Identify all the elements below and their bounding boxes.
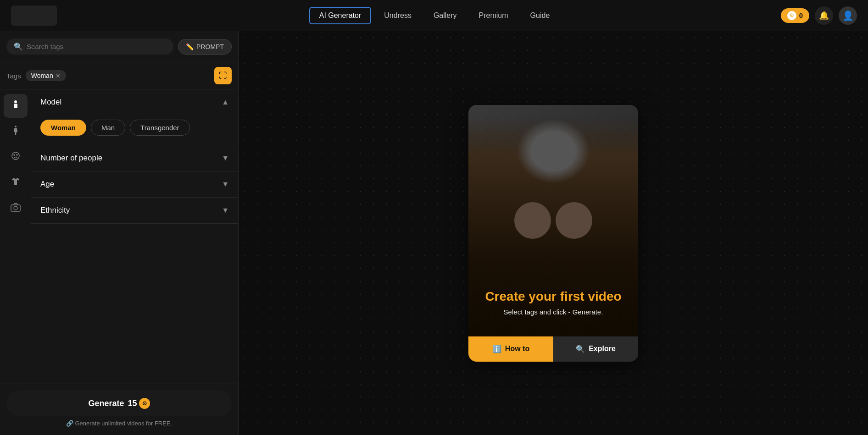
- svg-point-7: [14, 206, 17, 210]
- tag-woman-remove[interactable]: ✕: [56, 72, 61, 79]
- filter-body-model: Woman Man Transgender: [31, 115, 238, 145]
- pencil-icon: ✏️: [186, 43, 194, 50]
- nav-ai-generator[interactable]: AI Generator: [309, 7, 372, 24]
- filter-section-age: Age ▼: [31, 171, 238, 198]
- filter-section-model: Model ▲ Woman Man Transgender: [31, 89, 238, 145]
- how-to-label: How to: [505, 345, 529, 353]
- filter-header-ethnicity[interactable]: Ethnicity ▼: [31, 198, 238, 223]
- info-icon: ℹ️: [492, 345, 501, 353]
- face-icon: [10, 150, 21, 164]
- search-input-wrap: 🔍: [6, 39, 173, 55]
- explore-button[interactable]: 🔍 Explore: [553, 336, 638, 362]
- camera-icon: [10, 202, 21, 215]
- cost-badge-icon: ⊙: [139, 398, 150, 409]
- filter-model-label: Model: [40, 98, 61, 107]
- card-actions: ℹ️ How to 🔍 Explore: [468, 336, 638, 362]
- nav-undress[interactable]: Undress: [375, 8, 421, 23]
- link-icon: 🔗: [66, 420, 73, 427]
- person-icon: [10, 99, 21, 113]
- navbar-right: ⊙ 0 🔔 👤: [781, 6, 857, 25]
- explore-label: Explore: [589, 345, 616, 353]
- model-opt-man[interactable]: Man: [91, 120, 125, 136]
- svg-point-3: [12, 152, 19, 160]
- coin-count: 0: [799, 11, 803, 19]
- svg-point-2: [15, 126, 17, 127]
- how-to-button[interactable]: ℹ️ How to: [468, 336, 553, 362]
- generate-cost: 15 ⊙: [128, 398, 150, 409]
- search-icon: 🔍: [14, 42, 23, 51]
- navbar-logo: [11, 6, 57, 26]
- chevron-down-icon-age: ▼: [222, 180, 229, 188]
- content-area: Model ▲ Woman Man Transgender Number: [0, 89, 238, 384]
- prompt-button[interactable]: ✏️ PROMPT: [178, 39, 232, 55]
- filter-number-of-people-label: Number of people: [40, 154, 102, 163]
- censor-circle-left: [514, 202, 551, 239]
- search-bar: 🔍 ✏️ PROMPT: [0, 31, 238, 62]
- chevron-down-icon-people: ▼: [222, 154, 229, 162]
- coin-badge[interactable]: ⊙ 0: [781, 8, 809, 23]
- user-avatar-button[interactable]: 👤: [839, 6, 857, 25]
- side-icon-clothing[interactable]: [4, 171, 28, 195]
- overlay-subtitle: Select tags and click - Generate.: [478, 308, 629, 316]
- search-input[interactable]: [27, 43, 166, 50]
- censor-circle-right: [556, 202, 592, 239]
- nav-gallery[interactable]: Gallery: [424, 8, 466, 23]
- side-icon-face[interactable]: [4, 145, 28, 169]
- tag-woman-label: Woman: [31, 72, 53, 79]
- filter-header-model[interactable]: Model ▲: [31, 89, 238, 115]
- main-content: Create your first video Select tags and …: [239, 31, 868, 435]
- tags-label: Tags: [6, 72, 21, 80]
- filter-section-number-of-people: Number of people ▼: [31, 145, 238, 171]
- tags-row: Tags Woman ✕ ⛶: [0, 62, 238, 89]
- generate-area: Generate 15 ⊙ 🔗 Generate unlimited video…: [0, 384, 238, 435]
- prompt-label: PROMPT: [196, 43, 224, 50]
- unlimited-link[interactable]: 🔗 Generate unlimited videos for FREE.: [6, 416, 232, 430]
- side-icon-camera[interactable]: [4, 197, 28, 220]
- main-layout: 🔍 ✏️ PROMPT Tags Woman ✕ ⛶: [0, 31, 868, 435]
- explore-search-icon: 🔍: [576, 345, 585, 353]
- filter-header-age[interactable]: Age ▼: [31, 171, 238, 197]
- user-icon: 👤: [842, 10, 854, 21]
- sidebar: 🔍 ✏️ PROMPT Tags Woman ✕ ⛶: [0, 31, 239, 435]
- filter-panel: Model ▲ Woman Man Transgender Number: [31, 89, 238, 384]
- model-options: Woman Man Transgender: [40, 120, 229, 136]
- video-card: Create your first video Select tags and …: [468, 105, 638, 362]
- coin-icon: ⊙: [787, 11, 796, 20]
- overlay-text: Create your first video Select tags and …: [468, 289, 638, 316]
- filter-age-label: Age: [40, 180, 54, 189]
- svg-point-0: [14, 100, 17, 103]
- tag-woman: Woman ✕: [26, 70, 66, 81]
- generate-label: Generate: [88, 399, 124, 408]
- notification-button[interactable]: 🔔: [815, 6, 833, 25]
- filter-header-number-of-people[interactable]: Number of people ▼: [31, 145, 238, 171]
- generate-button[interactable]: Generate 15 ⊙: [6, 391, 232, 416]
- svg-rect-1: [14, 104, 17, 108]
- tags-chips: Woman ✕: [26, 70, 214, 81]
- expand-icon: ⛶: [219, 71, 227, 81]
- chevron-down-icon-ethnicity: ▼: [222, 206, 229, 215]
- video-card-image: Create your first video Select tags and …: [468, 105, 638, 362]
- model-opt-transgender[interactable]: Transgender: [130, 120, 190, 136]
- navbar: AI Generator Undress Gallery Premium Gui…: [0, 0, 868, 31]
- bell-icon: 🔔: [819, 11, 829, 21]
- expand-button[interactable]: ⛶: [214, 67, 232, 84]
- nav-premium[interactable]: Premium: [470, 8, 517, 23]
- svg-point-4: [14, 154, 15, 155]
- model-opt-woman[interactable]: Woman: [40, 120, 86, 136]
- filter-section-ethnicity: Ethnicity ▼: [31, 198, 238, 224]
- body-icon: [10, 125, 21, 138]
- unlimited-text: Generate unlimited videos for FREE.: [75, 420, 172, 427]
- side-icon-body[interactable]: [4, 120, 28, 143]
- overlay-title: Create your first video: [478, 289, 629, 304]
- nav-guide[interactable]: Guide: [521, 8, 559, 23]
- navbar-links: AI Generator Undress Gallery Premium Gui…: [309, 7, 559, 24]
- censored-overlay: [514, 202, 592, 239]
- clothing-icon: [10, 176, 21, 190]
- chevron-up-icon: ▲: [222, 98, 229, 106]
- svg-point-5: [17, 154, 17, 155]
- side-icon-person[interactable]: [4, 94, 28, 118]
- side-icons: [0, 89, 31, 384]
- filter-ethnicity-label: Ethnicity: [40, 206, 70, 215]
- generate-cost-number: 15: [128, 399, 137, 408]
- svg-rect-6: [11, 205, 20, 211]
